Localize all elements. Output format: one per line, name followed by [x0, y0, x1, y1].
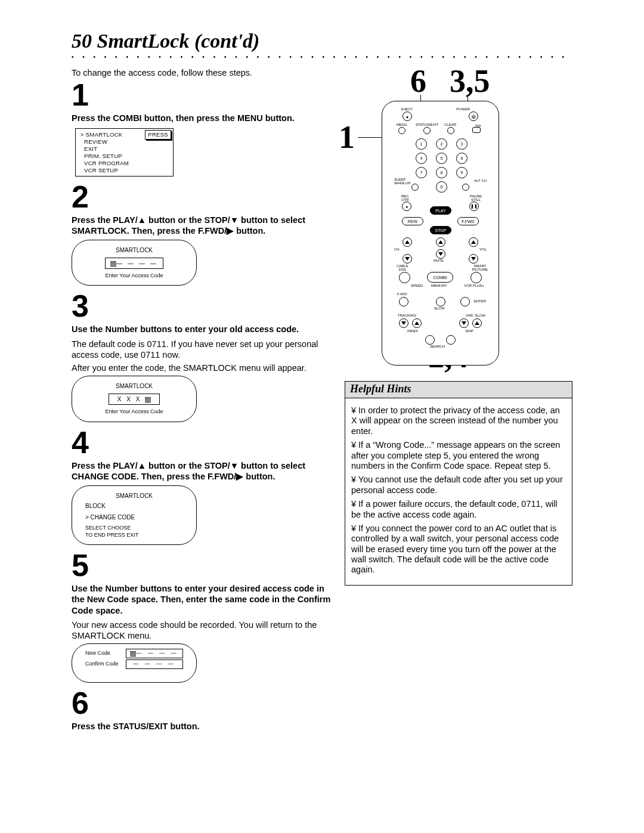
stop-button[interactable]: STOP [430, 226, 451, 234]
memory-label: MEMORY [431, 284, 447, 287]
step-4-screen: SMARTLOCK BLOCK > CHANGE CODE SELECT CHO… [72, 485, 197, 545]
confirm-code-box: — — — — [126, 659, 183, 669]
access-code-box: X X X [109, 394, 160, 405]
tracking-down-button[interactable] [399, 318, 408, 328]
step-3-screen: SMARTLOCK X X X Enter Your Access Code [72, 376, 197, 422]
vol-up-button[interactable] [469, 237, 478, 247]
number-9-button[interactable]: 9 [456, 167, 467, 178]
step-5-number: 5 [72, 550, 334, 581]
tracking-up-button[interactable] [412, 318, 422, 328]
ch-up-button[interactable] [402, 237, 412, 247]
screen-line: SELECT CHOOSE [80, 525, 188, 532]
eject-button[interactable]: ▲ [402, 112, 412, 121]
clear-label: CLEAR [444, 123, 456, 126]
menu-item: PRIM. SETUP [78, 153, 171, 160]
clear-button[interactable] [447, 127, 454, 134]
mute-label: MUTE [434, 259, 444, 262]
varslow-label: VAR. SLOW [466, 314, 485, 317]
right-column: 6 3,5 1 2,4 EJECT ▲ POWER ⏻ MENU STATUS/… [345, 65, 572, 721]
new-code-box: — — — — [126, 649, 183, 658]
step-3-number: 3 [72, 290, 334, 321]
altch-label: ALT CH [474, 179, 487, 182]
sleep-label: SLEEPWAKE UP [394, 178, 410, 185]
step-4-instruction: Press the PLAY/▲ button or the STOP/▼ bu… [72, 460, 334, 482]
menu-item: VCR PROGRAM [78, 160, 171, 167]
cursor-icon [110, 261, 116, 267]
hint-item: ¥ If you connect the power cord to an AC… [351, 524, 566, 575]
screen-title: SMARTLOCK [80, 492, 188, 500]
step-1-number: 1 [72, 79, 334, 110]
remote-control: EJECT ▲ POWER ⏻ MENU STATUS/EXIT CLEAR F… [382, 101, 499, 366]
number-2-button[interactable]: 2 [436, 138, 447, 150]
step-2-number: 2 [72, 181, 334, 212]
sleep-button[interactable] [411, 184, 419, 191]
smart-label: SMARTPICTURE [472, 264, 488, 271]
helpful-hints-box: Helpful Hints ¥ In order to protect the … [345, 381, 572, 586]
fadv-label: F.ADV [397, 292, 407, 296]
page-number: 50 [72, 30, 92, 52]
rec-button[interactable]: ● [402, 202, 411, 211]
status-exit-button[interactable] [423, 127, 431, 134]
intro-text: To change the access code, follow these … [72, 67, 334, 78]
callout-6: 6 [410, 65, 426, 97]
number-0-button[interactable]: 0 [436, 181, 447, 193]
play-button[interactable]: PLAY [430, 206, 451, 215]
mute-up-button[interactable] [436, 237, 445, 247]
rew-button[interactable]: REW [402, 217, 423, 225]
step-1-menu: PRESS > SMARTLOCK REVIEW EXIT PRIM. SETU… [76, 129, 174, 176]
pause-button[interactable]: ❚❚ [469, 202, 479, 211]
step-3-body-1: The default code is 0711. If you have ne… [72, 339, 334, 360]
page-heading: SmartLock (cont'd) [97, 30, 260, 52]
number-7-button[interactable]: 7 [416, 167, 427, 178]
index-label: INDEX [407, 329, 418, 333]
step-3-body-2: After you enter the code, the SMARTLOCK … [72, 363, 334, 373]
altch-button[interactable] [462, 184, 469, 191]
callout-1: 1 [339, 121, 355, 153]
vol-down-button[interactable] [469, 254, 478, 264]
step-2-screen: SMARTLOCK — — — — Enter Your Access Code [72, 240, 197, 286]
fm-button[interactable] [472, 127, 481, 133]
ch-down-button[interactable] [402, 254, 412, 264]
new-code-label: New Code [85, 650, 122, 657]
press-tag: PRESS [145, 130, 171, 140]
varslow-up-button[interactable] [472, 318, 482, 328]
page-title: 50 SmartLock (cont'd) [72, 30, 572, 52]
search-right-button[interactable] [446, 335, 456, 345]
vcrplus-label: VCR PLUS+ [464, 284, 484, 287]
number-1-button[interactable]: 1 [416, 138, 427, 150]
varslow-down-button[interactable] [459, 318, 469, 328]
menu-button[interactable] [398, 127, 405, 134]
screen-line: > CHANGE CODE [80, 513, 188, 521]
eject-label: EJECT [401, 107, 413, 111]
power-label: POWER [456, 107, 470, 111]
step-6-number: 6 [72, 688, 334, 719]
cable-button[interactable] [399, 272, 410, 283]
number-3-button[interactable]: 3 [456, 138, 467, 150]
number-6-button[interactable]: 6 [456, 153, 467, 164]
ffwd-button[interactable]: F.FWD [457, 217, 479, 225]
rec-label: RECOTR [401, 194, 409, 202]
screen-prompt: Enter Your Access Code [80, 272, 188, 280]
divider-dots: • • • • • • • • • • • • • • • • • • • • … [72, 54, 572, 60]
screen-line: BLOCK [80, 502, 188, 510]
screen-prompt: Enter Your Access Code [80, 408, 188, 416]
menu-item: EXIT [78, 145, 171, 153]
helpful-hints-title: Helpful Hints [345, 382, 572, 398]
number-5-button[interactable]: 5 [436, 153, 447, 164]
step-5-body: Your new access code should be recorded.… [72, 620, 334, 641]
number-8-button[interactable]: 8 [436, 167, 447, 178]
mute-button[interactable] [436, 249, 445, 259]
enter-button[interactable] [460, 297, 470, 306]
page: 50 SmartLock (cont'd) • • • • • • • • • … [0, 0, 644, 765]
power-button[interactable]: ⏻ [469, 112, 478, 121]
hint-item: ¥ If a “Wrong Code...” message appears o… [351, 440, 566, 471]
step-5-instruction: Use the Number buttons to enter your des… [72, 583, 334, 615]
search-left-button[interactable] [425, 335, 435, 345]
number-4-button[interactable]: 4 [416, 153, 427, 164]
step-6-instruction: Press the STATUS/EXIT button. [72, 721, 334, 732]
slow-button[interactable] [436, 297, 445, 306]
fadv-button[interactable] [399, 297, 408, 306]
combi-button[interactable]: COMBI [427, 272, 453, 283]
smart-button[interactable] [470, 272, 482, 283]
status-exit-label: STATUS/EXIT [415, 123, 439, 126]
